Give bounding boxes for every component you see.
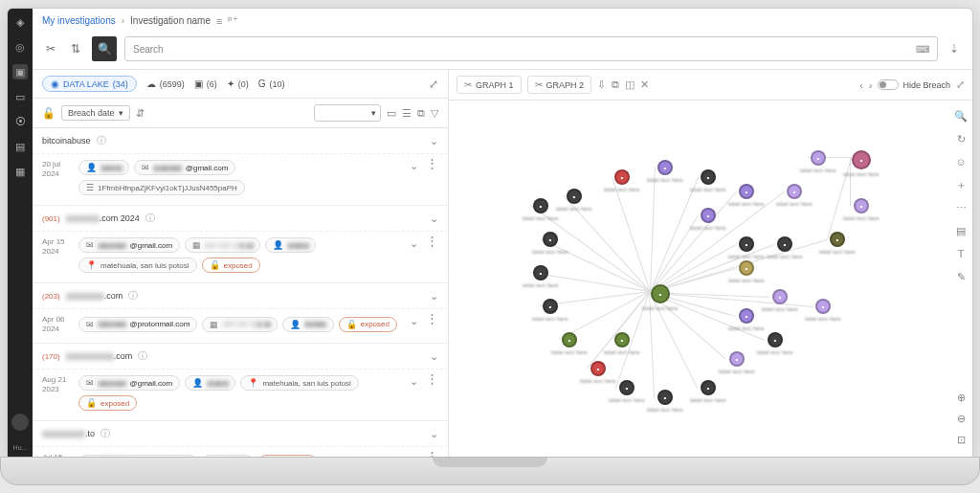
grid-icon[interactable]: ▦ bbox=[12, 164, 28, 179]
add-icon[interactable]: ＋ bbox=[953, 177, 969, 192]
graph-node[interactable]: •label text here bbox=[647, 160, 683, 183]
kebab-icon[interactable]: ⋮ bbox=[426, 160, 438, 168]
zoom-in-icon[interactable]: ⊕ bbox=[953, 390, 969, 405]
graph-node[interactable]: •label text here bbox=[819, 232, 856, 255]
prev-icon[interactable]: ‹ bbox=[859, 79, 863, 91]
graph-node[interactable]: •label text here bbox=[728, 184, 765, 207]
graph-node[interactable]: •label text here bbox=[805, 299, 841, 322]
graph-node[interactable]: •label text here bbox=[843, 198, 880, 221]
graph-node[interactable]: •label text here bbox=[728, 308, 765, 331]
info-icon[interactable]: ⓘ bbox=[128, 289, 138, 303]
zoom-out-icon[interactable]: ⊖ bbox=[953, 411, 969, 426]
chevron-down-icon[interactable]: ⌄ bbox=[430, 135, 438, 147]
graph-node[interactable]: •label text here bbox=[690, 208, 726, 231]
scissors-icon[interactable]: ✂ bbox=[42, 40, 59, 57]
chevron-down-icon[interactable]: ⌄ bbox=[430, 290, 438, 303]
next-icon[interactable]: › bbox=[869, 79, 873, 91]
view-list-icon[interactable]: ☰ bbox=[402, 107, 412, 120]
graph-node[interactable]: •label text here bbox=[728, 236, 765, 259]
graph-node[interactable]: •label text here bbox=[523, 265, 559, 288]
copy-icon[interactable]: ⧉ bbox=[417, 107, 425, 120]
graph-node[interactable]: •label text here bbox=[800, 150, 836, 173]
text-icon[interactable]: T bbox=[953, 246, 969, 261]
chip-ip[interactable]: ▦187.137.10▮.▮▮ bbox=[185, 237, 260, 253]
refresh-icon[interactable]: ↻ bbox=[953, 131, 969, 146]
fullscreen-icon[interactable]: ⤢ bbox=[956, 78, 965, 91]
kebab-icon[interactable]: ⋮ bbox=[426, 375, 438, 383]
kebab-icon[interactable]: ⋮ bbox=[426, 315, 438, 323]
edit-icon[interactable]: ✎ bbox=[953, 269, 969, 284]
group-header[interactable]: bitcoinabuseⓘ⌄ bbox=[33, 128, 448, 153]
graph-node[interactable]: •label text here bbox=[757, 332, 793, 355]
graph-node[interactable]: •label text here bbox=[762, 289, 798, 312]
graph-node[interactable]: •label text here bbox=[604, 169, 640, 192]
chip-user[interactable]: 👤▮▮▮▮▮▮ bbox=[185, 375, 235, 391]
chip-email[interactable]: ✉▮▮▮▮▮▮▮▮@gmail.com bbox=[78, 375, 180, 391]
graph-node[interactable]: •label text here bbox=[728, 260, 765, 283]
chip-loc[interactable]: 📍matehuala, san luis potosi bbox=[78, 258, 197, 273]
notes-icon[interactable]: ≡ bbox=[216, 15, 222, 27]
chip-text[interactable]: ☰1FfmbHfnpaZjKFvyi1okTjJJusN455paPH bbox=[78, 180, 245, 195]
investigations-icon[interactable]: ▣ bbox=[12, 64, 28, 79]
results-list[interactable]: bitcoinabuseⓘ⌄20 jul2024👤▮▮▮▮▮▮✉▮▮▮▮▮▮▮▮… bbox=[33, 128, 448, 457]
filter-4[interactable]: ✦(0) bbox=[227, 78, 249, 89]
chevron-down-icon[interactable]: ⌄ bbox=[430, 428, 438, 440]
chip-exposed[interactable]: 🔓exposed bbox=[339, 317, 397, 332]
folder-icon[interactable]: ▭ bbox=[12, 89, 28, 104]
paste-icon[interactable]: ◫ bbox=[625, 78, 635, 91]
avatar[interactable] bbox=[11, 414, 29, 431]
chip-exposed[interactable]: 🔓exposed bbox=[78, 395, 137, 411]
sort-select[interactable]: Breach date ▾ bbox=[61, 105, 130, 121]
graph-node[interactable]: •label text here bbox=[647, 390, 683, 413]
search-input[interactable]: Search ⌨ bbox=[124, 36, 938, 61]
graph-node[interactable]: •label text here bbox=[690, 169, 726, 192]
graph-node[interactable]: •label text here bbox=[580, 361, 616, 384]
fit-icon[interactable]: ⊡ bbox=[953, 432, 969, 447]
chip-user[interactable]: 👤▮▮▮▮▮▮ bbox=[78, 160, 129, 175]
sort-direction-icon[interactable]: ⇵ bbox=[136, 107, 145, 120]
chip-email[interactable]: ✉▮▮▮▮▮▮▮▮@protonmail.com bbox=[78, 317, 197, 332]
filter-datalake[interactable]: ◉ DATA LAKE (34) bbox=[42, 76, 137, 92]
search-button[interactable]: 🔍 bbox=[92, 36, 117, 61]
group-header[interactable]: (170) ▮▮▮▮▮▮▮▮▮▮.comⓘ⌄ bbox=[33, 344, 448, 369]
chip-email[interactable]: ✉▮▮▮▮▮▮▮▮@gmail.com bbox=[134, 160, 235, 175]
expand-icon[interactable]: ⤢ bbox=[429, 78, 438, 91]
lock-icon[interactable]: 🔓 bbox=[42, 107, 56, 120]
graph-node[interactable]: •label text here bbox=[843, 150, 880, 177]
chip-ip[interactable]: ▦187.137.10▮.▮▮ bbox=[202, 317, 278, 332]
graph-tab-1[interactable]: ✂ GRAPH 1 bbox=[457, 76, 522, 94]
layer-icon[interactable]: ▤ bbox=[953, 223, 969, 238]
activity-icon[interactable]: ⦿ bbox=[12, 114, 28, 129]
info-icon[interactable]: ⓘ bbox=[97, 134, 106, 147]
chip-user[interactable]: 👤▮▮▮▮▮▮ bbox=[282, 317, 333, 332]
zoom-icon[interactable]: 🔍 bbox=[953, 108, 969, 123]
more-icon[interactable]: ⋯ bbox=[953, 200, 969, 215]
graph-tab-2[interactable]: ✂ GRAPH 2 bbox=[527, 76, 592, 94]
group-header[interactable]: (203) ▮▮▮▮▮▮▮▮.comⓘ⌄ bbox=[33, 283, 448, 308]
chip-user[interactable]: 👤▮▮▮▮▮▮ bbox=[265, 237, 316, 253]
share-icon[interactable]: ᵖ⁺ bbox=[228, 14, 238, 27]
download-icon[interactable]: ⇣ bbox=[946, 42, 963, 56]
graph-node[interactable]: •label text here bbox=[767, 236, 803, 259]
target-icon[interactable]: ◎ bbox=[12, 39, 28, 55]
hide-breach-toggle[interactable]: Hide Breach bbox=[878, 79, 950, 90]
structure-icon[interactable]: ⇅ bbox=[67, 40, 84, 57]
graph-node[interactable]: •label text here bbox=[532, 232, 568, 255]
graph-node[interactable]: •label text here bbox=[551, 332, 588, 355]
list-icon[interactable]: ▤ bbox=[12, 139, 28, 154]
graph-canvas[interactable]: •label text here•label text here•label t… bbox=[449, 101, 972, 457]
group-header[interactable]: (901) ▮▮▮▮▮▮▮.com 2024ⓘ⌄ bbox=[33, 206, 448, 231]
breadcrumb-root[interactable]: My investigations bbox=[42, 15, 116, 26]
keyboard-icon[interactable]: ⌨ bbox=[916, 44, 929, 55]
graph-node[interactable]: •label text here bbox=[690, 380, 726, 403]
smile-icon[interactable]: ☺ bbox=[953, 154, 969, 169]
secondary-filter[interactable]: ▾ bbox=[314, 104, 381, 122]
chevron-down-icon[interactable]: ⌄ bbox=[410, 375, 418, 388]
view-compact-icon[interactable]: ▭ bbox=[387, 107, 396, 120]
graph-node[interactable]: •label text here bbox=[719, 351, 755, 374]
chip-loc[interactable]: 📍matehuala, san luis potosi bbox=[240, 375, 359, 391]
chip-exposed[interactable]: 🔓exposed bbox=[202, 258, 260, 273]
chip-email[interactable]: ✉▮▮▮▮▮▮▮▮@gmail.com bbox=[78, 237, 180, 253]
info-icon[interactable]: ⓘ bbox=[138, 349, 147, 363]
graph-node[interactable]: •label text here bbox=[532, 299, 568, 322]
